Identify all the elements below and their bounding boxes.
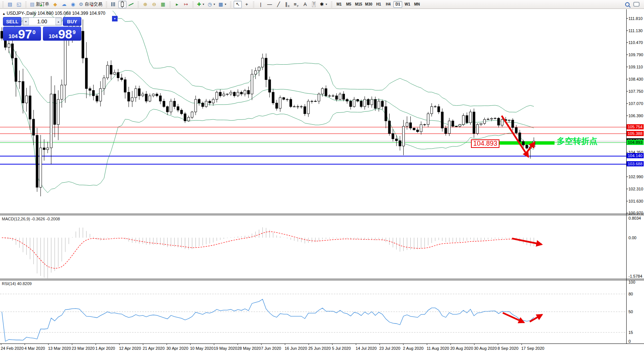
macd-axis-tick: 0.8034 <box>628 216 641 220</box>
price-axis-tick: 109.110 <box>628 65 643 69</box>
rsi-axis-tick: 100 <box>628 280 635 284</box>
rsi-axis-tick: 50 <box>628 309 633 314</box>
macd-histogram <box>2 227 534 278</box>
date-axis-label: 2 Aug 2020 <box>403 346 424 351</box>
date-axis-label: 20 Aug 2020 <box>450 346 473 351</box>
panel-collapse-button[interactable]: ▼ <box>112 16 118 21</box>
price-level-label: 104.893 <box>627 140 644 145</box>
date-axis-label: 30 Apr 2020 <box>166 346 188 351</box>
price-level-label: 104.140 <box>627 153 644 158</box>
zone-annotation-text[interactable]: 多空转折点 <box>557 136 597 147</box>
date-axis-label: 7 Jun 2020 <box>261 346 281 351</box>
date-axis-label: 10 May 2020 <box>190 346 214 351</box>
price-axis-tick: 102.310 <box>628 187 643 191</box>
symbol-ohlc-line: ▲USDJPY-,Daily 104.690 105.068 104.399 1… <box>2 11 105 16</box>
macd-indicator-label: MACD(12,26,9) -0.3626 -0.2008 <box>2 217 60 221</box>
sell-price[interactable]: 104970 <box>3 27 41 41</box>
volume-decrease-button[interactable]: ▼ <box>23 18 29 25</box>
rsi-indicator-label: RSI(14) 40.8209 <box>2 281 32 286</box>
price-axis-tick: 110.470 <box>628 40 643 45</box>
date-axis-label: 14 Jul 2020 <box>356 346 377 351</box>
rsi-axis-tick: 15 <box>628 330 633 335</box>
date-axis-label: 8 Sep 2020 <box>498 346 518 351</box>
date-axis-label: 28 May 2020 <box>237 346 261 351</box>
date-axis-label: 13 Mar 2020 <box>48 346 71 351</box>
rsi-axis-tick: 0 <box>628 339 631 343</box>
macd-signal-line <box>2 231 534 268</box>
volume-increase-button[interactable]: ▲ <box>55 18 61 25</box>
chart-canvas[interactable] <box>0 0 644 352</box>
date-axis-label: 30 Aug 2020 <box>474 346 497 351</box>
price-axis-tick: 109.790 <box>628 53 643 57</box>
trend-arrow-rsi[interactable] <box>530 315 542 322</box>
price-axis-tick: 100.970 <box>628 211 643 215</box>
date-axis-label: 11 Aug 2020 <box>427 346 449 351</box>
date-axis-label: 1 Apr 2020 <box>95 346 115 351</box>
date-axis-label: 16 Jun 2020 <box>285 346 307 351</box>
price-axis-tick: 101.630 <box>628 199 643 203</box>
date-axis-label: 25 Jun 2020 <box>308 346 331 351</box>
date-axis-label: 17 Sep 2020 <box>521 346 544 351</box>
macd-axis-tick: 0.00 <box>628 236 636 240</box>
one-click-trading-panel: SELL ▼ ▲ BUY 104970 104989 <box>3 17 81 41</box>
date-axis-label: 23 Mar 2020 <box>72 346 95 351</box>
price-axis-tick: 107.070 <box>628 101 643 106</box>
price-axis-tick: 111.810 <box>628 16 643 21</box>
price-level-label: 105.754 <box>627 124 644 129</box>
symbol-marker-icon: ▲ <box>2 12 6 16</box>
date-axis-label: 21 Apr 2020 <box>143 346 165 351</box>
volume-stepper: ▼ ▲ <box>23 17 62 26</box>
price-axis-tick: 111.130 <box>628 28 643 33</box>
trend-arrow-rsi[interactable] <box>503 313 524 322</box>
price-level-label: 103.688 <box>627 161 644 166</box>
date-axis-label: 24 Feb 2020 <box>1 346 24 351</box>
date-axis-label: 12 Apr 2020 <box>119 346 141 351</box>
buy-button[interactable]: BUY <box>63 17 81 26</box>
price-axis-tick: 106.390 <box>628 114 643 118</box>
rsi-axis-tick: 80 <box>628 292 633 296</box>
date-axis-label: 4 Mar 2020 <box>24 346 45 351</box>
date-axis-label: 19 May 2020 <box>214 346 237 351</box>
macd-axis-tick: -1.5784 <box>628 274 642 278</box>
zone-price-label[interactable]: 104.893 <box>471 139 499 148</box>
candlestick-series <box>1 19 535 196</box>
rsi-line <box>2 299 534 341</box>
sell-button[interactable]: SELL <box>3 17 21 26</box>
date-axis-label: 23 Jul 2020 <box>379 346 400 351</box>
buy-price[interactable]: 104989 <box>43 27 81 41</box>
price-axis-tick: 107.750 <box>628 89 643 94</box>
date-axis-label: 5 Jul 2020 <box>332 346 351 351</box>
volume-input[interactable] <box>29 18 55 25</box>
price-axis-tick: 108.430 <box>628 77 643 81</box>
trend-arrow-main[interactable] <box>502 116 528 157</box>
price-level-label: 105.388 <box>627 131 644 136</box>
price-axis-tick: 102.990 <box>628 175 643 179</box>
